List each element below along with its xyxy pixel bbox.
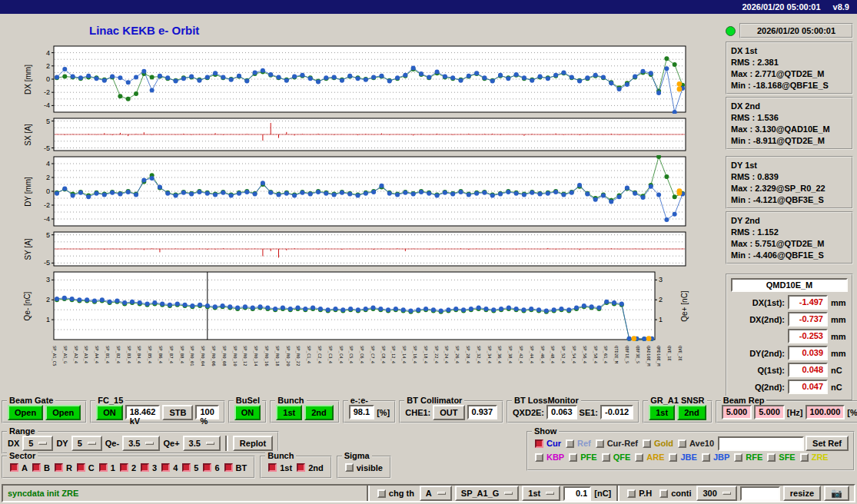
svg-text:2: 2 xyxy=(46,174,50,181)
monitor-label: SP_B5_4 xyxy=(148,346,152,363)
timestamp-box: 2026/01/20 05:00:01 xyxy=(739,23,853,38)
titlebar: 2026/01/20 05:00:01 v8.9 xyxy=(0,0,857,14)
checkbox-3[interactable]: 3 xyxy=(141,463,157,472)
svg-text:2: 2 xyxy=(46,296,50,303)
checkbox-cur[interactable]: Cur xyxy=(535,439,561,448)
range-label-qe: Qe- xyxy=(105,439,119,448)
checkbox-indicator xyxy=(535,453,543,462)
stat-rms: RMS : 1.536 xyxy=(731,112,848,124)
bunch-checkboxes: 1st2nd xyxy=(266,463,325,472)
q-plot[interactable]: 123123 xyxy=(34,270,678,341)
snsr-2nd-button[interactable]: 2nd xyxy=(677,405,706,420)
svg-text:-2: -2 xyxy=(44,88,50,96)
snsr-1st-button[interactable]: 1st xyxy=(649,405,675,420)
qxd2e-value-field: 0.063 xyxy=(546,405,577,419)
checkbox-c[interactable]: C xyxy=(77,463,95,472)
dx-chart-row: DX [mm]-4-2024 xyxy=(22,45,690,114)
monitor-row-label: DX(2nd): xyxy=(731,315,785,324)
replot-button[interactable]: Replot xyxy=(233,436,273,451)
checkbox-ave10[interactable]: Ave10 xyxy=(678,439,714,448)
fc15-on-button[interactable]: ON xyxy=(96,405,123,420)
threshold-input[interactable] xyxy=(563,486,591,501)
show-row-1: CurRefCur-RefGoldAve10 Set Ref xyxy=(533,436,849,451)
conti-checkbox[interactable]: conti xyxy=(659,489,691,498)
checkbox-a[interactable]: A xyxy=(10,463,28,472)
checkbox-r[interactable]: R xyxy=(55,463,72,472)
checkbox-1st[interactable]: 1st xyxy=(268,463,292,472)
dx-plot[interactable]: -4-2024 xyxy=(34,45,690,114)
checkbox-cur-ref[interactable]: Cur-Ref xyxy=(596,439,638,448)
checkbox-visible[interactable]: visible xyxy=(345,463,383,472)
checkbox-indicator xyxy=(77,463,85,472)
checkbox-qfe[interactable]: QFE xyxy=(602,453,631,462)
resize-button[interactable]: resize xyxy=(783,486,821,501)
ph-checkbox[interactable]: P.H xyxy=(627,489,652,498)
range-select-qe[interactable]: 3.5 xyxy=(122,436,160,451)
che1-label: CHE1: xyxy=(405,408,430,417)
monitor-label: SP_52_4 xyxy=(561,346,566,363)
svg-text:5: 5 xyxy=(46,118,50,125)
checkbox-bt[interactable]: BT xyxy=(224,463,247,472)
checkbox-kbp[interactable]: KBP xyxy=(535,453,564,462)
monitor-row: DX(2nd): -0.737 mm xyxy=(731,312,848,327)
checkbox-pfe[interactable]: PFE xyxy=(569,453,596,462)
set-ref-button[interactable]: Set Ref xyxy=(806,436,849,451)
interval-select[interactable]: 300 xyxy=(696,486,736,501)
selected-value: SP_A1_G xyxy=(461,489,500,498)
checkbox-6[interactable]: 6 xyxy=(203,463,219,472)
range-select-dx[interactable]: 5 xyxy=(22,436,53,451)
checkbox-5[interactable]: 5 xyxy=(182,463,198,472)
stat-rms: RMS : 1.152 xyxy=(731,227,848,238)
checkbox-jbe[interactable]: JBE xyxy=(669,453,696,462)
range-select-dy[interactable]: 5 xyxy=(71,436,102,451)
checkbox-4[interactable]: 4 xyxy=(161,463,178,472)
checkbox-rfe[interactable]: RFE xyxy=(734,453,762,462)
checkbox-jbp[interactable]: JBP xyxy=(702,453,729,462)
ref-name-input[interactable] xyxy=(718,436,804,451)
range-select-qe[interactable]: 3.5 xyxy=(183,436,221,451)
dy-plot[interactable]: -4-2024 xyxy=(34,155,690,227)
checkbox-indicator xyxy=(203,463,211,472)
beam-gate-open-button-2[interactable]: Open xyxy=(45,405,81,420)
checkbox-indicator xyxy=(669,453,677,462)
chg-th-checkbox[interactable]: chg th xyxy=(377,489,414,498)
bunch-2nd-button[interactable]: 2nd xyxy=(304,405,334,420)
beam-gate-open-button-1[interactable]: Open xyxy=(8,405,43,420)
monitor-label: SP_56_4 xyxy=(583,346,587,363)
monitor-row-value: -0.737 xyxy=(788,312,828,327)
status-led-icon xyxy=(726,26,736,36)
checkbox-indicator xyxy=(643,439,651,448)
checkbox-are[interactable]: ARE xyxy=(635,453,664,462)
checkbox-gold[interactable]: Gold xyxy=(643,439,673,448)
sx-plot[interactable]: 5-5 xyxy=(34,117,690,152)
checkbox-indicator xyxy=(345,463,354,472)
checkbox-indicator xyxy=(297,463,305,472)
bunch-select[interactable]: 1st xyxy=(522,486,560,501)
checkbox-1[interactable]: 1 xyxy=(99,463,115,472)
checkbox-zre[interactable]: ZRE xyxy=(800,453,829,462)
checkbox-ref[interactable]: Ref xyxy=(566,439,591,448)
checkbox-2nd[interactable]: 2nd xyxy=(297,463,324,472)
sector-select[interactable]: A xyxy=(420,486,452,501)
checkbox-label: JBP xyxy=(713,453,729,462)
monitor-select[interactable]: SP_A1_G xyxy=(455,486,520,501)
checkbox-sfe[interactable]: SFE xyxy=(767,453,795,462)
checkbox-label: 2 xyxy=(131,463,136,472)
svg-text:3: 3 xyxy=(46,276,50,284)
fc15-stb-button[interactable]: STB xyxy=(162,405,193,420)
bunch-1st-button[interactable]: 1st xyxy=(276,405,302,420)
checkbox-b[interactable]: B xyxy=(32,463,50,472)
sy-plot[interactable]: 5-5 xyxy=(34,230,690,267)
stat-min: Min : -4.406@QBF1E_S xyxy=(731,250,848,261)
selected-value: 5 xyxy=(78,439,82,448)
che1-out-button[interactable]: OUT xyxy=(433,405,464,420)
busel-on-button[interactable]: ON xyxy=(234,405,261,420)
group-beam-rep: Beam Rep 5.000 5.000 [Hz] 100.000 [%] xyxy=(716,400,857,423)
page-title: Linac KEKB e- Orbit xyxy=(89,24,199,37)
checkbox-indicator xyxy=(182,463,191,472)
checkbox-indicator xyxy=(566,439,574,448)
aux-input[interactable] xyxy=(740,486,780,501)
screenshot-button[interactable]: 📷 xyxy=(824,486,849,501)
dropdown-indicator-icon xyxy=(546,492,554,495)
checkbox-2[interactable]: 2 xyxy=(120,463,136,472)
